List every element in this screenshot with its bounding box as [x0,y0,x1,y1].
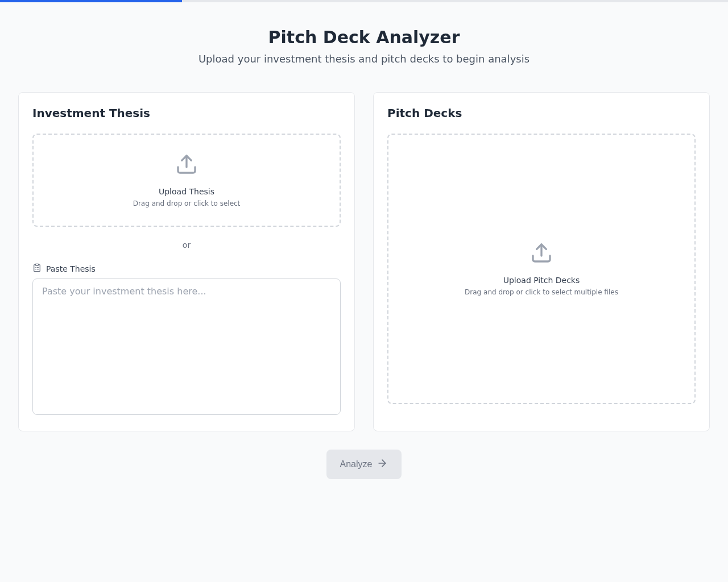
thesis-upload-hint: Drag and drop or click to select [133,199,241,207]
page-subtitle: Upload your investment thesis and pitch … [18,53,710,65]
upload-icon [530,242,553,267]
progress-bar [0,0,728,2]
thesis-textarea[interactable] [32,278,341,415]
upload-icon [175,153,198,178]
arrow-right-icon [377,458,388,471]
clipboard-icon [32,263,42,274]
paste-thesis-label: Paste Thesis [32,263,341,274]
decks-upload-hint: Drag and drop or click to select multipl… [465,288,618,296]
thesis-upload-title: Upload Thesis [159,187,214,196]
paste-thesis-label-text: Paste Thesis [46,264,96,273]
decks-card: Pitch Decks Upload Pitch Decks Drag and … [373,92,710,431]
thesis-card-title: Investment Thesis [32,106,341,120]
decks-card-title: Pitch Decks [387,106,696,120]
analyze-button-label: Analyze [340,459,373,469]
svg-rect-1 [35,264,38,265]
progress-fill [0,0,182,2]
thesis-upload-dropzone[interactable]: Upload Thesis Drag and drop or click to … [32,134,341,227]
page-header: Pitch Deck Analyzer Upload your investme… [18,2,710,92]
decks-upload-dropzone[interactable]: Upload Pitch Decks Drag and drop or clic… [387,134,696,404]
analyze-button[interactable]: Analyze [326,450,402,479]
thesis-card: Investment Thesis Upload Thesis Drag and… [18,92,355,431]
or-divider: or [32,227,341,263]
page-title: Pitch Deck Analyzer [18,27,710,47]
decks-upload-title: Upload Pitch Decks [503,276,580,285]
